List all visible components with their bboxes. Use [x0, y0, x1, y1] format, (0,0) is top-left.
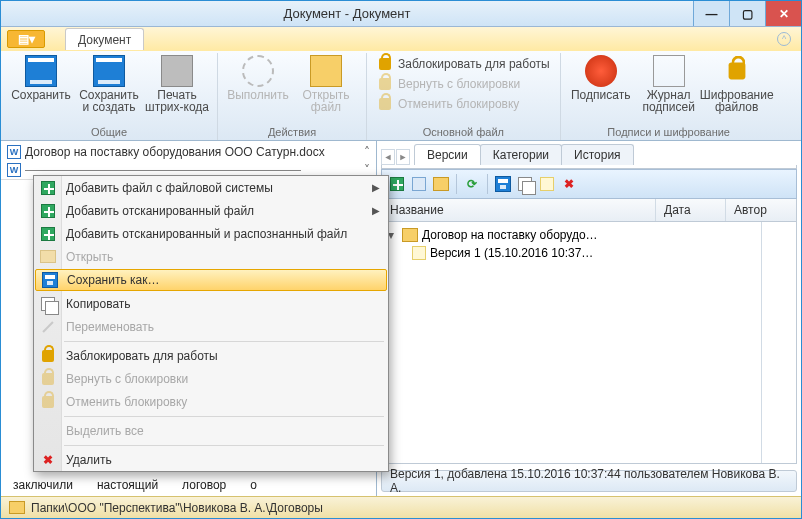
collapse-icon[interactable]: ▾	[388, 228, 398, 242]
delete-icon[interactable]: ✖	[560, 175, 578, 193]
pencil-icon	[39, 318, 57, 336]
doc-word: заключили	[13, 478, 73, 492]
maximize-button[interactable]: ▢	[729, 1, 765, 26]
floppy-icon	[25, 55, 57, 87]
save-as-icon[interactable]	[494, 175, 512, 193]
folder-icon	[9, 501, 25, 514]
window-title: Документ - Документ	[1, 6, 693, 21]
encrypt-files-button[interactable]: Шифрование файлов	[705, 53, 769, 113]
lock-icon	[39, 347, 57, 365]
doc-word: настоящий	[97, 478, 158, 492]
chevron-up-icon[interactable]: ˄	[364, 145, 370, 159]
note-icon[interactable]	[538, 175, 556, 193]
cm-cancel-lock: Отменить блокировку	[34, 390, 388, 413]
ribbon-group-common: Сохранить Сохранить и создать Печать штр…	[1, 53, 218, 140]
breadcrumb-text[interactable]: Папки\ООО "Перспектива"\Новикова В. А.\Д…	[31, 501, 323, 515]
close-button[interactable]: ✕	[765, 1, 801, 26]
help-icon[interactable]: ^	[777, 32, 791, 46]
open-folder-icon	[39, 248, 57, 266]
print-barcode-button[interactable]: Печать штрих-кода	[145, 53, 209, 113]
cancel-lock-button: Отменить блокировку	[375, 95, 552, 113]
refresh-icon[interactable]: ⟳	[463, 175, 481, 193]
versions-columns: Название Дата Автор	[381, 199, 797, 222]
add-scan-ocr-icon	[39, 225, 57, 243]
cm-delete[interactable]: ✖ Удалить	[34, 448, 388, 471]
file-list-item[interactable]: W Договор на поставку оборудования ООО С…	[1, 143, 376, 161]
col-name[interactable]: Название	[382, 199, 656, 221]
tab-categories[interactable]: Категории	[480, 144, 562, 165]
copy-icon	[39, 295, 57, 313]
cancel-lock-icon	[39, 393, 57, 411]
folder-icon	[402, 228, 418, 242]
add-scan-icon[interactable]	[410, 175, 428, 193]
submenu-arrow-icon: ▶	[372, 205, 380, 216]
submenu-arrow-icon: ▶	[372, 182, 380, 193]
save-and-create-button[interactable]: Сохранить и создать	[77, 53, 141, 113]
select-all-icon	[39, 422, 57, 440]
version-status: Версия 1, добавлена 15.10.2016 10:37:44 …	[381, 470, 797, 492]
tabs-row: ◄ ► Версии Категории История	[377, 141, 801, 165]
seal-icon	[585, 55, 617, 87]
open-icon[interactable]	[432, 175, 450, 193]
ribbon-group-main-file: Заблокировать для работы Вернуть с блоки…	[367, 53, 561, 140]
delete-icon: ✖	[39, 451, 57, 469]
unlock-icon	[39, 370, 57, 388]
cm-select-all: Выделить все	[34, 419, 388, 442]
journal-icon	[653, 55, 685, 87]
cm-add-scan[interactable]: Добавить отсканированный файл ▶	[34, 199, 388, 222]
ribbon-group-sign: Подписать Журнал подписей Шифрование фай…	[561, 53, 777, 140]
tree-root[interactable]: ▾ Договор на поставку оборудо…	[382, 226, 761, 244]
versions-toolbar: ⟳ ✖	[381, 169, 797, 199]
right-pane: ◄ ► Версии Категории История ⟳ ✖	[377, 141, 801, 496]
copy-icon[interactable]	[516, 175, 534, 193]
return-from-lock-button: Вернуть с блокировки	[375, 75, 552, 93]
cm-rename: Переименовать	[34, 315, 388, 338]
gears-icon	[242, 55, 274, 87]
tab-scroll-right[interactable]: ►	[396, 149, 410, 165]
quick-access-row: ▤▾ Документ ^	[1, 27, 801, 51]
ribbon: Сохранить Сохранить и создать Печать штр…	[1, 51, 801, 141]
versions-tree: ▾ Договор на поставку оборудо… Версия 1 …	[381, 222, 797, 464]
col-date[interactable]: Дата	[656, 199, 726, 221]
cm-unlock: Вернуть с блокировки	[34, 367, 388, 390]
tab-history[interactable]: История	[561, 144, 634, 165]
word-doc-icon: W	[7, 163, 21, 177]
doc-word: о	[250, 478, 257, 492]
col-author[interactable]: Автор	[726, 199, 796, 221]
cm-save-as[interactable]: Сохранить как…	[35, 269, 387, 291]
word-doc-icon: W	[7, 145, 21, 159]
breadcrumb-bar: Папки\ООО "Перспектива"\Новикова В. А.\Д…	[1, 496, 801, 518]
signatures-journal-button[interactable]: Журнал подписей	[637, 53, 701, 113]
barcode-icon	[161, 55, 193, 87]
ribbon-tab-document[interactable]: Документ	[65, 28, 144, 50]
minimize-button[interactable]: —	[693, 1, 729, 26]
tree-child[interactable]: Версия 1 (15.10.2016 10:37…	[382, 244, 761, 262]
open-folder-icon	[310, 55, 342, 87]
version-icon	[412, 246, 426, 260]
execute-button: Выполнить	[226, 53, 290, 101]
cm-lock[interactable]: Заблокировать для работы	[34, 344, 388, 367]
add-file-icon	[39, 179, 57, 197]
open-file-button: Открыть файл	[294, 53, 358, 113]
cm-open: Открыть	[34, 245, 388, 268]
cm-add-from-fs[interactable]: Добавить файл с файловой системы ▶	[34, 176, 388, 199]
lock-for-work-button[interactable]: Заблокировать для работы	[375, 55, 552, 73]
tab-scroll-left[interactable]: ◄	[381, 149, 395, 165]
floppy-icon	[41, 271, 59, 289]
cm-copy[interactable]: Копировать	[34, 292, 388, 315]
quick-access-menu[interactable]: ▤▾	[7, 30, 45, 48]
save-button[interactable]: Сохранить	[9, 53, 73, 101]
unlock-icon	[377, 76, 393, 92]
cm-add-scan-ocr[interactable]: Добавить отсканированный и распознанный …	[34, 222, 388, 245]
add-from-fs-icon[interactable]	[388, 175, 406, 193]
tab-versions[interactable]: Версии	[414, 144, 481, 165]
ribbon-group-actions: Выполнить Открыть файл Действия	[218, 53, 367, 140]
add-scan-icon	[39, 202, 57, 220]
context-menu: Добавить файл с файловой системы ▶ Добав…	[33, 175, 389, 472]
sign-button[interactable]: Подписать	[569, 53, 633, 101]
lock-icon	[377, 56, 393, 72]
padlock-icon	[721, 55, 753, 87]
cancel-lock-icon	[377, 96, 393, 112]
titlebar: Документ - Документ — ▢ ✕	[1, 1, 801, 27]
floppy-folder-icon	[93, 55, 125, 87]
